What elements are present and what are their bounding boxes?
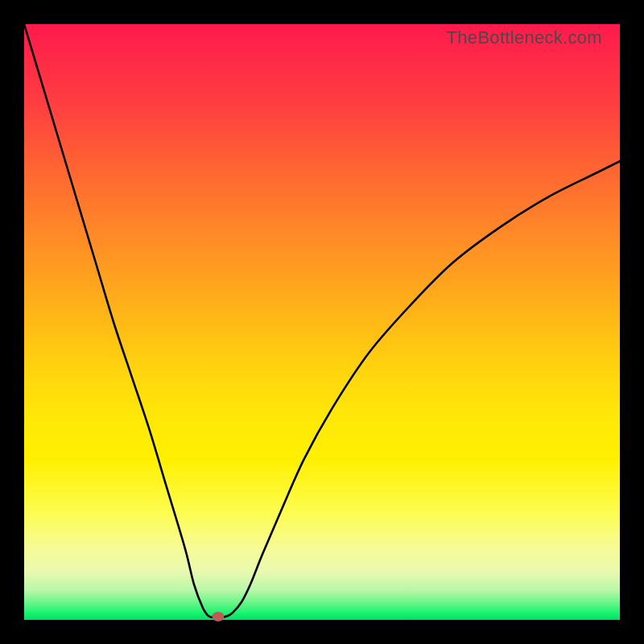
bottleneck-curve: [24, 24, 620, 620]
plot-area: TheBottleneck.com: [24, 24, 620, 620]
minimum-marker: [212, 612, 224, 621]
chart-frame: TheBottleneck.com: [0, 0, 644, 644]
